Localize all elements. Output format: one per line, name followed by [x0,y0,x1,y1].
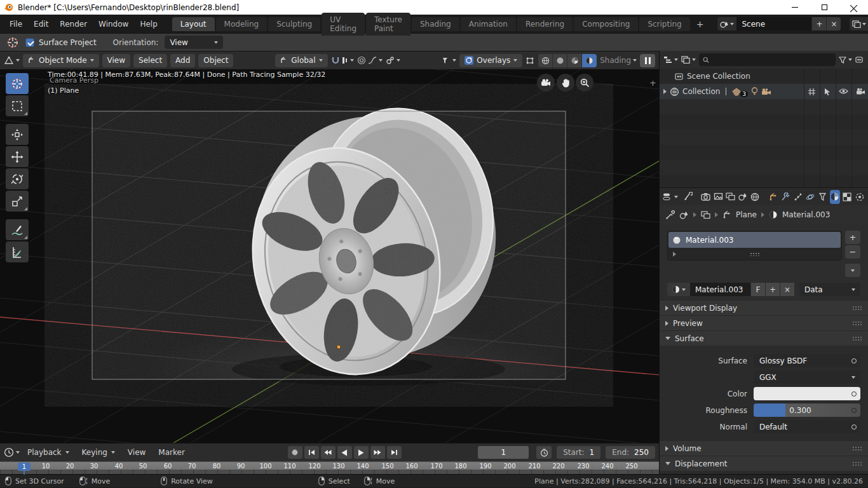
panel-drag-grip[interactable] [852,461,862,466]
jump-to-end-button[interactable] [387,446,402,459]
restrict-select-icon[interactable] [824,88,831,96]
distribution-dropdown[interactable]: GGX [754,370,860,384]
surface-project-checkbox[interactable] [25,38,34,47]
tool-measure[interactable] [6,241,29,262]
timeline-view-menu[interactable]: View [123,446,151,459]
viewport-menu-view[interactable]: View [102,54,130,67]
tab-object[interactable] [768,190,778,204]
scene-name[interactable]: Scene [736,17,811,30]
region-expand-handle[interactable]: + [649,78,656,88]
panel-displacement[interactable]: Displacement [660,456,868,471]
tab-tool[interactable] [682,190,693,204]
tab-physics[interactable] [805,190,815,204]
breadcrumb-viewlayer-icon[interactable] [701,211,710,219]
view-layer-icon[interactable] [850,17,868,30]
outliner-filter-dropdown[interactable] [839,57,852,64]
tool-transform[interactable] [6,124,29,145]
jump-to-prev-keyframe-button[interactable] [321,446,336,459]
maximize-button[interactable] [810,0,839,15]
new-material-button[interactable]: + [765,283,780,296]
playhead[interactable]: 1 [18,463,31,471]
viewport-menu-object[interactable]: Object [198,54,233,67]
menu-help[interactable]: Help [134,18,163,30]
pause-render-button[interactable] [640,54,655,67]
tool-annotate[interactable] [6,219,29,240]
shading-popover-dropdown[interactable]: Shading [600,56,637,65]
current-frame-field[interactable]: 1 [478,446,529,459]
mode-dropdown[interactable]: Object Mode [23,54,99,67]
browse-material-dropdown[interactable] [667,283,690,296]
tool-scale[interactable] [6,191,29,212]
color-swatch[interactable] [754,387,860,400]
timeline-ruler[interactable]: 10 20 30 40 50 60 70 80 90 100 110 120 1… [0,461,659,474]
restrict-selectable-grid-icon[interactable] [808,88,816,96]
outliner-display-mode-dropdown[interactable] [681,56,696,64]
unlink-material-button[interactable]: × [780,283,794,296]
slot-list-expand-icon[interactable] [673,252,676,257]
proportional-editing-dropdown[interactable] [357,56,383,65]
breadcrumb-object-icon[interactable] [722,210,731,219]
tab-texture[interactable] [842,190,852,204]
shading-wireframe-button[interactable] [538,54,553,67]
tab-layout[interactable]: Layout [172,17,215,31]
panel-drag-grip[interactable] [852,446,862,451]
add-workspace-button[interactable]: + [691,17,709,32]
tool-cursor[interactable] [6,73,29,94]
timeline-marker-menu[interactable]: Marker [153,446,189,459]
panel-drag-grip[interactable] [852,336,862,341]
menu-render[interactable]: Render [54,18,93,30]
material-name-field[interactable]: Material.003 [690,283,750,296]
overlays-dropdown[interactable]: Overlays [459,54,522,67]
menu-file[interactable]: File [4,18,28,30]
viewport-menu-add[interactable]: Add [170,54,195,67]
outliner-editor-dropdown[interactable] [663,56,678,64]
tab-world[interactable] [750,190,760,204]
gizmos-dropdown[interactable] [526,56,535,65]
scene-unlink-button[interactable]: × [826,17,841,30]
shading-rendered-button[interactable] [582,54,597,67]
surface-shader-button[interactable]: Glossy BSDF [754,354,860,367]
tab-compositing[interactable]: Compositing [574,17,638,31]
slot-specials-dropdown[interactable] [845,264,860,277]
scene-add-button[interactable]: + [811,17,826,30]
transform-orientation-dropdown[interactable]: Global [275,54,327,67]
object-visibility-dropdown[interactable] [442,56,456,65]
timeline-editor-dropdown[interactable] [4,447,20,458]
tab-material[interactable] [830,190,840,204]
play-reverse-button[interactable] [337,446,352,459]
add-material-slot-button[interactable]: + [845,231,860,244]
menu-edit[interactable]: Edit [28,18,54,30]
pan-view-button[interactable] [557,74,574,92]
tab-animation[interactable]: Animation [461,17,516,31]
tab-scene[interactable] [738,190,748,204]
panel-surface[interactable]: Surface [660,330,868,346]
jump-to-next-keyframe-button[interactable] [370,446,385,459]
tab-modeling[interactable]: Modeling [216,17,268,31]
tab-scripting[interactable]: Scripting [639,17,689,31]
close-button[interactable] [839,0,868,15]
tab-sculpting[interactable]: Sculpting [268,17,320,31]
tool-rotate[interactable] [6,168,29,189]
tab-uv-editing[interactable]: UV Editing [322,13,365,36]
frame-start-field[interactable]: Start:1 [557,446,600,459]
tab-shading[interactable]: Shading [412,17,459,31]
viewport-menu-select[interactable]: Select [133,54,167,67]
minimize-button[interactable] [780,0,810,15]
panel-drag-grip[interactable] [852,306,862,311]
snap-toggle-dropdown[interactable] [331,56,354,65]
eyedropper-icon[interactable] [666,210,675,219]
material-link-dropdown[interactable]: Data [799,283,860,296]
playback-menu[interactable]: Playback [22,446,74,459]
tool-select-box[interactable] [6,95,29,116]
search-input[interactable] [712,56,832,64]
panel-drag-grip[interactable] [852,321,862,326]
auto-keying-clock-button[interactable] [536,446,552,459]
play-button[interactable] [354,446,369,459]
expand-arrow-icon[interactable] [663,89,667,94]
editor-type-dropdown[interactable] [4,56,20,65]
panel-preview[interactable]: Preview [660,315,868,330]
scene-icon[interactable] [717,17,736,30]
roughness-slider[interactable]: 0.300 [754,403,860,417]
material-slot-active[interactable]: Material.003 [668,232,841,248]
frame-end-field[interactable]: End:250 [606,446,655,459]
